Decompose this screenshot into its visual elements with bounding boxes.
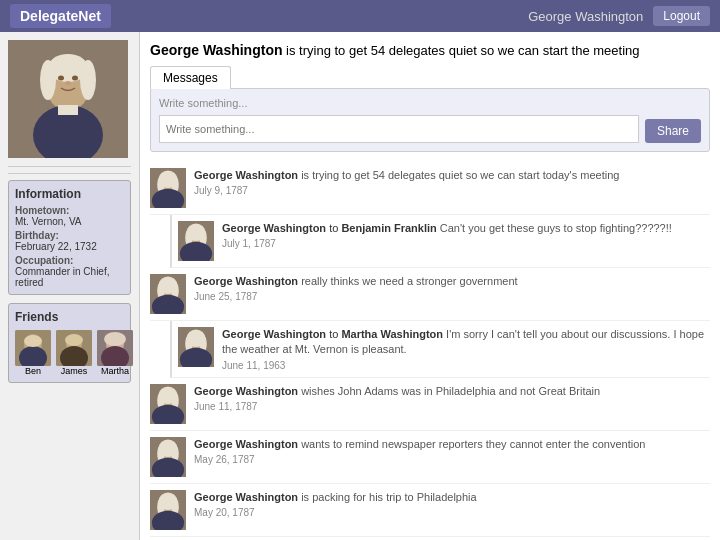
- friend-name-martha: Martha: [101, 366, 129, 376]
- svg-point-14: [24, 335, 42, 347]
- feed-date: May 26, 1787: [194, 454, 710, 465]
- feed-date: June 11, 1963: [222, 360, 710, 371]
- svg-point-10: [65, 81, 71, 85]
- feed-text: George Washington is trying to get 54 de…: [194, 168, 710, 183]
- feed-date: May 20, 1787: [194, 507, 710, 518]
- friend-item[interactable]: James: [56, 330, 92, 376]
- user-area: George Washington Logout: [528, 6, 710, 26]
- share-button[interactable]: Share: [645, 119, 701, 143]
- svg-point-4: [40, 60, 56, 100]
- feed-avatar: [178, 221, 214, 261]
- hometown-label: Hometown:: [15, 205, 124, 216]
- tab-messages[interactable]: Messages: [150, 66, 231, 89]
- feed-body: George Washington wants to remind newspa…: [194, 437, 710, 465]
- feed-message: wants to remind newspaper reporters they…: [301, 438, 645, 450]
- feed-item: George Washington wants to remind newspa…: [150, 431, 710, 484]
- svg-rect-7: [58, 105, 78, 115]
- feed-message: wishes John Adams was in Philadelphia an…: [301, 385, 600, 397]
- feed-avatar: [178, 327, 214, 367]
- feed-avatar: [150, 490, 186, 530]
- occupation-label: Occupation:: [15, 255, 124, 266]
- content-area: George Washington is trying to get 54 de…: [140, 32, 720, 540]
- information-title: Information: [15, 187, 124, 201]
- feed-body: George Washington is trying to get 54 de…: [194, 168, 710, 196]
- friend-name-ben: Ben: [25, 366, 41, 376]
- compose-input-area: Share: [159, 115, 701, 143]
- birthday-value: February 22, 1732: [15, 241, 124, 252]
- feed-text: George Washington to Martha Washington I…: [222, 327, 710, 358]
- friend-avatar-ben: [15, 330, 51, 366]
- profile-name: George Washington: [150, 42, 282, 58]
- feed-avatar: [150, 437, 186, 477]
- feed-text: George Washington is packing for his tri…: [194, 490, 710, 505]
- feed-body: George Washington is packing for his tri…: [194, 490, 710, 518]
- svg-point-22: [104, 332, 126, 346]
- hometown-value: Mt. Vernon, VA: [15, 216, 124, 227]
- sidebar-divider-1: [8, 166, 131, 167]
- feed-body: George Washington wishes John Adams was …: [194, 384, 710, 412]
- occupation-value: Commander in Chief, retired: [15, 266, 124, 288]
- feed-body: George Washington really thinks we need …: [194, 274, 710, 302]
- information-box: Information Hometown: Mt. Vernon, VA Bir…: [8, 180, 131, 295]
- svg-point-5: [80, 60, 96, 100]
- friend-item[interactable]: Ben: [15, 330, 51, 376]
- feed-text: George Washington wants to remind newspa…: [194, 437, 710, 452]
- feed-message: really thinks we need a stronger governm…: [301, 275, 517, 287]
- profile-status: is trying to get 54 delegates quiet so w…: [286, 43, 639, 58]
- app-header: DelegateNet George Washington Logout: [0, 0, 720, 32]
- feed: George Washington is trying to get 54 de…: [150, 162, 710, 537]
- feed-message: is packing for his trip to Philadelphia: [301, 491, 476, 503]
- friend-avatar-martha: [97, 330, 133, 366]
- feed-text: George Washington really thinks we need …: [194, 274, 710, 289]
- friends-title: Friends: [15, 310, 124, 324]
- feed-item: George Washington wishes John Adams was …: [150, 378, 710, 431]
- sidebar: Information Hometown: Mt. Vernon, VA Bir…: [0, 32, 140, 540]
- feed-date: June 11, 1787: [194, 401, 710, 412]
- feed-body: George Washington to Martha Washington I…: [222, 327, 710, 371]
- sidebar-divider-2: [8, 173, 131, 174]
- page-header: George Washington is trying to get 54 de…: [150, 42, 710, 58]
- feed-item: George Washington to Benjamin Franklin C…: [170, 215, 710, 268]
- compose-box: Write something... Share: [150, 88, 710, 152]
- feed-date: June 25, 1787: [194, 291, 710, 302]
- svg-point-8: [58, 76, 64, 81]
- feed-item: George Washington to Martha Washington I…: [170, 321, 710, 378]
- feed-avatar: [150, 384, 186, 424]
- feed-message: is trying to get 54 delegates quiet so w…: [301, 169, 619, 181]
- feed-avatar: [150, 274, 186, 314]
- feed-date: July 1, 1787: [222, 238, 710, 249]
- feed-body: George Washington to Benjamin Franklin C…: [222, 221, 710, 249]
- main-layout: Information Hometown: Mt. Vernon, VA Bir…: [0, 32, 720, 540]
- app-logo: DelegateNet: [10, 4, 111, 28]
- feed-message: Can't you get these guys to stop fightin…: [440, 222, 672, 234]
- feed-date: July 9, 1787: [194, 185, 710, 196]
- birthday-label: Birthday:: [15, 230, 124, 241]
- feed-text: George Washington to Benjamin Franklin C…: [222, 221, 710, 236]
- feed-item: George Washington really thinks we need …: [150, 268, 710, 321]
- friend-name-james: James: [61, 366, 88, 376]
- feed-avatar: [150, 168, 186, 208]
- friend-item[interactable]: Martha: [97, 330, 133, 376]
- svg-point-18: [65, 334, 83, 346]
- friend-avatar-james: [56, 330, 92, 366]
- friends-list: Ben James: [15, 330, 124, 376]
- logout-button[interactable]: Logout: [653, 6, 710, 26]
- friends-box: Friends Ben: [8, 303, 131, 383]
- compose-input[interactable]: [159, 115, 639, 143]
- feed-text: George Washington wishes John Adams was …: [194, 384, 710, 399]
- compose-placeholder: Write something...: [159, 97, 701, 109]
- profile-picture: [8, 40, 128, 158]
- svg-point-9: [72, 76, 78, 81]
- feed-item: George Washington is trying to get 54 de…: [150, 162, 710, 215]
- header-username: George Washington: [528, 9, 643, 24]
- feed-item: George Washington is packing for his tri…: [150, 484, 710, 537]
